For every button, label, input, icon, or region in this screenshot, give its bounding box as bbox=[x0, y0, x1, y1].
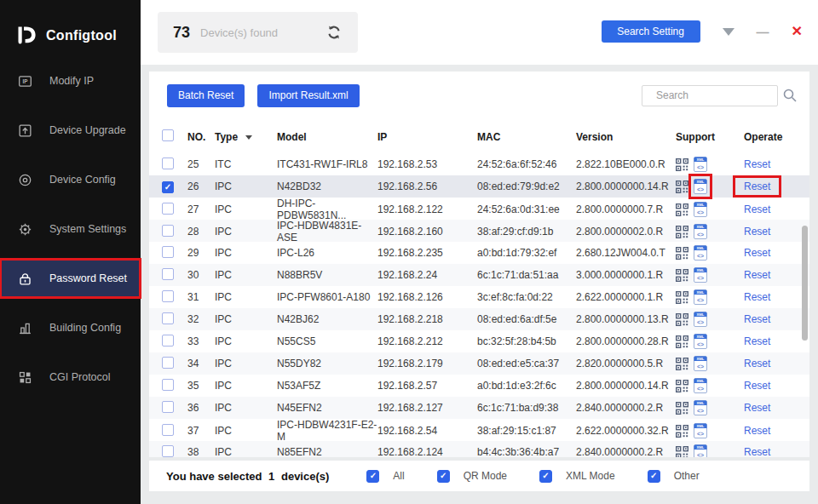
sidebar-item-device-config[interactable]: Device Config bbox=[0, 160, 141, 199]
panel-toolbar: Batch Reset Import Result.xml bbox=[167, 83, 798, 107]
search-icon[interactable] bbox=[782, 88, 798, 103]
reset-link[interactable]: Reset bbox=[735, 377, 779, 394]
sidebar-item-device-upgrade[interactable]: Device Upgrade bbox=[0, 111, 141, 150]
cell-operate: Reset bbox=[744, 291, 797, 303]
svg-text:<>: <> bbox=[697, 275, 704, 281]
filter-checkbox-qr-mode[interactable] bbox=[437, 470, 450, 483]
reset-link[interactable]: Reset bbox=[735, 311, 779, 328]
search-setting-button[interactable]: Search Setting bbox=[602, 20, 700, 43]
reset-link[interactable]: Reset bbox=[735, 178, 779, 195]
reset-link[interactable]: Reset bbox=[735, 399, 779, 416]
qr-code-icon[interactable] bbox=[676, 425, 688, 438]
xml-file-icon[interactable]: XML<> bbox=[694, 157, 707, 172]
col-type-label: Type bbox=[215, 131, 238, 143]
row-checkbox[interactable] bbox=[162, 445, 174, 457]
qr-code-icon[interactable] bbox=[676, 313, 688, 326]
qr-code-icon[interactable] bbox=[676, 180, 688, 193]
svg-text:XML: XML bbox=[697, 290, 705, 295]
cell-support: XML<> bbox=[676, 224, 744, 239]
xml-file-icon[interactable]: XML<> bbox=[694, 400, 707, 415]
reset-link[interactable]: Reset bbox=[735, 289, 779, 306]
reset-link[interactable]: Reset bbox=[735, 201, 779, 218]
xml-file-icon[interactable]: XML<> bbox=[694, 224, 707, 239]
reset-link[interactable]: Reset bbox=[735, 223, 779, 240]
chevron-down-icon[interactable] bbox=[245, 135, 252, 140]
filter-checkbox-other[interactable] bbox=[648, 470, 660, 483]
import-result-button[interactable]: Import Result.xml bbox=[257, 84, 359, 107]
cell-model: IPC-HDBW4231F-E2-M bbox=[277, 419, 377, 443]
close-icon[interactable]: ✕ bbox=[792, 25, 803, 38]
reset-link[interactable]: Reset bbox=[735, 266, 779, 284]
xml-file-icon[interactable]: XML<> bbox=[694, 267, 707, 283]
xml-file-icon[interactable]: XML<> bbox=[694, 423, 707, 438]
reset-link[interactable]: Reset bbox=[735, 444, 779, 457]
col-type[interactable]: Type bbox=[215, 131, 277, 143]
sidebar-item-cgi-protocol[interactable]: CGI Protocol bbox=[0, 358, 141, 397]
qr-code-icon[interactable] bbox=[676, 446, 688, 458]
selection-suffix: device(s) bbox=[281, 470, 329, 483]
qr-code-icon[interactable] bbox=[676, 358, 688, 370]
row-checkbox[interactable] bbox=[162, 290, 174, 302]
qr-code-icon[interactable] bbox=[676, 269, 688, 282]
xml-file-icon[interactable]: XML<> bbox=[694, 245, 707, 261]
xml-file-icon[interactable]: XML<> bbox=[694, 289, 707, 305]
filter-checkbox-xml-mode[interactable] bbox=[539, 470, 552, 483]
reset-link[interactable]: Reset bbox=[735, 422, 779, 439]
qr-code-icon[interactable] bbox=[676, 380, 688, 392]
cell-model: N55CS5 bbox=[277, 335, 377, 347]
qr-code-icon[interactable] bbox=[676, 226, 688, 238]
row-checkbox[interactable] bbox=[162, 246, 174, 258]
device-count: 73 bbox=[173, 24, 190, 42]
reset-link[interactable]: Reset bbox=[735, 244, 779, 261]
row-checkbox[interactable] bbox=[162, 401, 174, 413]
row-checkbox[interactable] bbox=[162, 379, 174, 391]
sidebar-item-password-reset[interactable]: Password Reset bbox=[0, 259, 141, 298]
row-checkbox[interactable] bbox=[162, 335, 174, 346]
cell-type: IPC bbox=[215, 180, 277, 192]
sidebar-item-modify-ip[interactable]: IPModify IP bbox=[0, 61, 141, 100]
qr-code-icon[interactable] bbox=[676, 335, 688, 348]
filter-checkbox-all[interactable] bbox=[366, 470, 379, 483]
cell-model: N85EFN2 bbox=[277, 446, 377, 457]
qr-code-icon[interactable] bbox=[676, 203, 688, 216]
row-checkbox[interactable] bbox=[162, 424, 174, 436]
refresh-icon[interactable] bbox=[325, 24, 343, 41]
sidebar-item-system-settings[interactable]: System Settings bbox=[0, 209, 141, 249]
row-checkbox[interactable] bbox=[162, 312, 174, 324]
row-checkbox[interactable] bbox=[162, 268, 174, 280]
cell-ip: 192.168.2.127 bbox=[377, 402, 477, 414]
reset-link[interactable]: Reset bbox=[735, 355, 779, 372]
cell-mac: 08:ed:ed:6a:df:5e bbox=[477, 313, 576, 325]
xml-file-icon[interactable]: XML<> bbox=[694, 312, 707, 327]
xml-file-icon[interactable]: XML<> bbox=[694, 179, 707, 194]
row-checkbox[interactable] bbox=[162, 225, 174, 237]
xml-file-icon[interactable]: XML<> bbox=[694, 378, 707, 393]
xml-file-icon[interactable]: XML<> bbox=[694, 356, 707, 371]
xml-file-icon[interactable]: XML<> bbox=[694, 202, 707, 217]
cell-type: IPC bbox=[215, 335, 277, 347]
minimize-icon[interactable]: — bbox=[757, 26, 769, 38]
cell-no: 36 bbox=[187, 402, 215, 414]
filter-item-qr-mode: QR Mode bbox=[437, 470, 507, 483]
select-all-checkbox[interactable] bbox=[162, 129, 174, 141]
collapse-icon[interactable] bbox=[723, 28, 734, 36]
qr-code-icon[interactable] bbox=[676, 402, 688, 415]
qr-code-icon[interactable] bbox=[676, 291, 688, 304]
xml-file-icon[interactable]: XML<> bbox=[694, 334, 707, 349]
row-checkbox[interactable] bbox=[162, 203, 174, 215]
search-input[interactable] bbox=[642, 85, 778, 106]
svg-text:<>: <> bbox=[697, 232, 704, 238]
xml-file-icon[interactable]: XML<> bbox=[694, 444, 707, 457]
qr-code-icon[interactable] bbox=[676, 158, 688, 171]
qr-code-icon[interactable] bbox=[676, 247, 688, 260]
batch-reset-button[interactable]: Batch Reset bbox=[167, 84, 245, 107]
sidebar-item-building-config[interactable]: Building Config bbox=[0, 308, 141, 347]
table-scrollbar[interactable] bbox=[802, 226, 808, 341]
row-checkbox[interactable] bbox=[162, 158, 174, 169]
cell-ip: 192.168.2.235 bbox=[377, 247, 477, 259]
row-checkbox[interactable] bbox=[162, 181, 174, 193]
reset-link[interactable]: Reset bbox=[735, 156, 779, 173]
reset-link[interactable]: Reset bbox=[735, 333, 779, 350]
row-checkbox[interactable] bbox=[162, 357, 174, 369]
cell-ip: 192.168.2.218 bbox=[377, 313, 477, 325]
